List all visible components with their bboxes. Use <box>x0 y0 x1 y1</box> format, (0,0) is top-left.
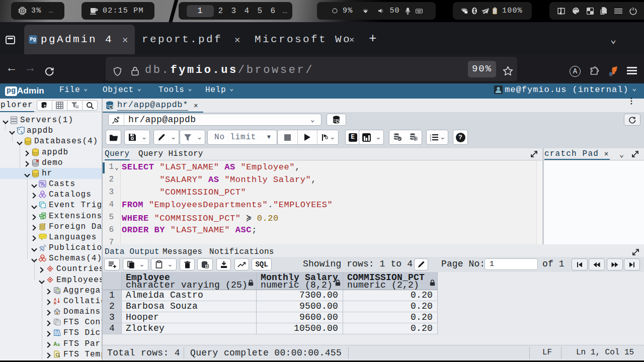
svg-text:A: A <box>54 298 57 301</box>
svg-text:B: B <box>54 301 57 305</box>
svg-text:3: 3 <box>430 139 432 141</box>
svg-text:a: a <box>57 342 60 347</box>
